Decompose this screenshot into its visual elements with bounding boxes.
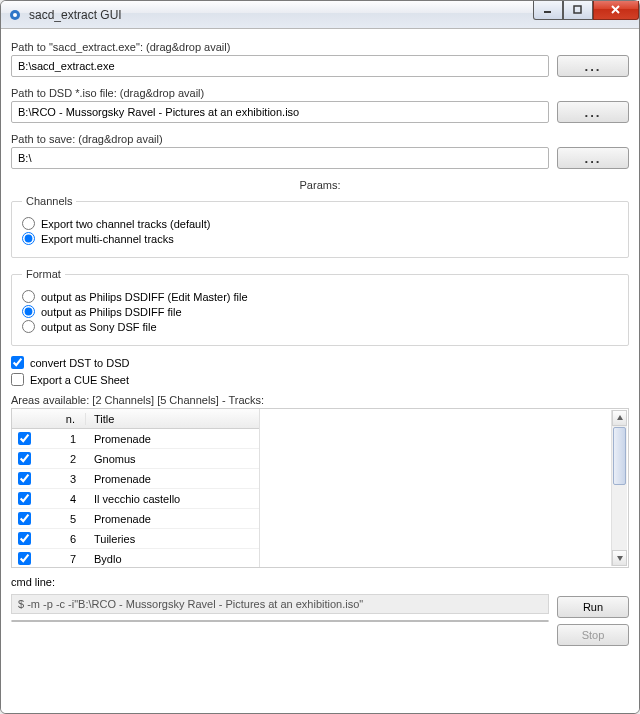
exe-path-input[interactable] [11, 55, 549, 77]
track-header: n. Title [12, 409, 259, 429]
channels-two-label: Export two channel tracks (default) [41, 218, 210, 230]
convert-dst-label: convert DST to DSD [30, 357, 129, 369]
track-title: Il vecchio castello [86, 493, 259, 505]
table-row[interactable]: 1Promenade [12, 429, 259, 449]
format-editmaster-radio[interactable] [22, 290, 35, 303]
format-editmaster-label: output as Philips DSDIFF (Edit Master) f… [41, 291, 248, 303]
svg-rect-3 [574, 6, 581, 13]
convert-dst-row[interactable]: convert DST to DSD [11, 356, 629, 369]
export-cue-row[interactable]: Export a CUE Sheet [11, 373, 629, 386]
format-dsf-label: output as Sony DSF file [41, 321, 157, 333]
export-cue-label: Export a CUE Sheet [30, 374, 129, 386]
app-window: sacd_extract GUI Path to "sacd_extract.e… [0, 0, 640, 714]
track-title: Promenade [86, 433, 259, 445]
table-row[interactable]: 7Bydlo [12, 549, 259, 567]
iso-path-input[interactable] [11, 101, 549, 123]
cmdline-value: $ -m -p -c -i"B:\RCO - Mussorgsky Ravel … [11, 594, 549, 614]
channels-multi-row[interactable]: Export multi-channel tracks [22, 232, 618, 245]
scroll-up-icon[interactable] [612, 410, 627, 426]
track-number: 1 [36, 433, 86, 445]
channels-legend: Channels [22, 195, 76, 207]
save-path-label: Path to save: (drag&drop avail) [11, 133, 629, 145]
track-number: 3 [36, 473, 86, 485]
track-checkbox[interactable] [18, 552, 31, 565]
params-heading: Params: [11, 179, 629, 191]
table-row[interactable]: 2Gnomus [12, 449, 259, 469]
svg-point-1 [13, 13, 17, 17]
track-title: Gnomus [86, 453, 259, 465]
scroll-down-icon[interactable] [612, 550, 627, 566]
track-checkbox[interactable] [18, 532, 31, 545]
track-checkbox[interactable] [18, 492, 31, 505]
exe-path-label: Path to "sacd_extract.exe": (drag&drop a… [11, 41, 629, 53]
track-title: Promenade [86, 473, 259, 485]
iso-browse-button[interactable]: ... [557, 101, 629, 123]
table-row[interactable]: 6Tuileries [12, 529, 259, 549]
table-row[interactable]: 4Il vecchio castello [12, 489, 259, 509]
window-title: sacd_extract GUI [29, 8, 533, 22]
channels-two-row[interactable]: Export two channel tracks (default) [22, 217, 618, 230]
format-group: Format output as Philips DSDIFF (Edit Ma… [11, 268, 629, 346]
track-title: Tuileries [86, 533, 259, 545]
svg-marker-7 [617, 556, 623, 561]
svg-marker-6 [617, 415, 623, 420]
track-title: Promenade [86, 513, 259, 525]
table-row[interactable]: 3Promenade [12, 469, 259, 489]
format-legend: Format [22, 268, 65, 280]
maximize-button[interactable] [563, 1, 593, 20]
track-checkbox[interactable] [18, 432, 31, 445]
track-number: 2 [36, 453, 86, 465]
track-number: 7 [36, 553, 86, 565]
stop-button[interactable]: Stop [557, 624, 629, 646]
format-dsdiff-label: output as Philips DSDIFF file [41, 306, 182, 318]
track-checkbox[interactable] [18, 472, 31, 485]
track-checkbox[interactable] [18, 452, 31, 465]
exe-browse-button[interactable]: ... [557, 55, 629, 77]
channels-group: Channels Export two channel tracks (defa… [11, 195, 629, 258]
col-title-header[interactable]: Title [86, 413, 259, 425]
format-dsf-radio[interactable] [22, 320, 35, 333]
format-dsdiff-radio[interactable] [22, 305, 35, 318]
track-number: 6 [36, 533, 86, 545]
format-editmaster-row[interactable]: output as Philips DSDIFF (Edit Master) f… [22, 290, 618, 303]
track-number: 5 [36, 513, 86, 525]
col-n-header[interactable]: n. [36, 413, 86, 425]
track-title: Bydlo [86, 553, 259, 565]
format-dsdiff-row[interactable]: output as Philips DSDIFF file [22, 305, 618, 318]
export-cue-checkbox[interactable] [11, 373, 24, 386]
iso-path-label: Path to DSD *.iso file: (drag&drop avail… [11, 87, 629, 99]
app-icon [7, 7, 23, 23]
table-row[interactable]: 5Promenade [12, 509, 259, 529]
format-dsf-row[interactable]: output as Sony DSF file [22, 320, 618, 333]
minimize-button[interactable] [533, 1, 563, 20]
track-checkbox[interactable] [18, 512, 31, 525]
channels-two-radio[interactable] [22, 217, 35, 230]
cmdline-label: cmd line: [11, 576, 549, 588]
save-path-input[interactable] [11, 147, 549, 169]
progress-bar [11, 620, 549, 622]
content-area: Path to "sacd_extract.exe": (drag&drop a… [1, 29, 639, 713]
track-number: 4 [36, 493, 86, 505]
window-buttons [533, 1, 639, 28]
run-button[interactable]: Run [557, 596, 629, 618]
titlebar: sacd_extract GUI [1, 1, 639, 29]
areas-label: Areas available: [2 Channels] [5 Channel… [11, 394, 629, 406]
channels-multi-radio[interactable] [22, 232, 35, 245]
track-list: n. Title 1Promenade2Gnomus3Promenade4Il … [11, 408, 629, 568]
scroll-thumb[interactable] [613, 427, 626, 485]
convert-dst-checkbox[interactable] [11, 356, 24, 369]
close-button[interactable] [593, 1, 639, 20]
save-browse-button[interactable]: ... [557, 147, 629, 169]
scrollbar[interactable] [611, 410, 627, 566]
channels-multi-label: Export multi-channel tracks [41, 233, 174, 245]
